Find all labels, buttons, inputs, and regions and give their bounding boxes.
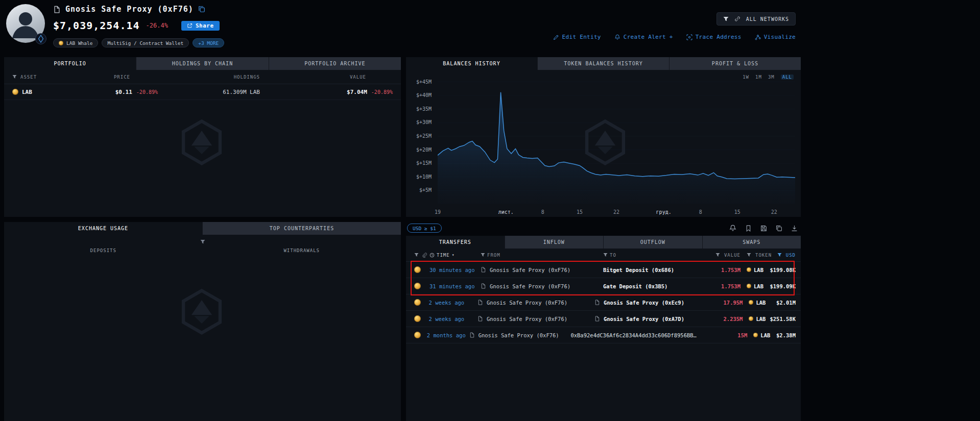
- lab-token-icon: [12, 89, 18, 95]
- x-axis-label: 8: [541, 209, 544, 215]
- x-axis-label: лист.: [498, 209, 514, 215]
- col-time[interactable]: TIME: [437, 253, 450, 258]
- create-alert-button[interactable]: Create Alert +: [614, 34, 673, 40]
- transfer-row[interactable]: 30 minutes ago Gnosis Safe Proxy (0xF76)…: [406, 262, 801, 278]
- avatar: [6, 4, 45, 43]
- portfolio-table-header: ASSET PRICE HOLDINGS VALUE: [4, 70, 401, 84]
- visualize-button[interactable]: Visualize: [755, 34, 796, 40]
- to-contract-icon: [594, 316, 600, 321]
- col-value[interactable]: VALUE: [724, 253, 740, 258]
- col-from[interactable]: FROM: [487, 253, 500, 258]
- transfer-token-label: LAB: [756, 316, 766, 322]
- transfer-to-label[interactable]: 0xBa92e4dC36Af6c2834A4dd33c606Df8956BB…: [570, 332, 697, 338]
- col-usd[interactable]: USD: [786, 253, 796, 258]
- transfer-from-label[interactable]: Gnosis Safe Proxy (0xF76): [490, 283, 570, 289]
- transfer-value: 15M: [697, 332, 747, 338]
- clock-icon[interactable]: [429, 253, 435, 258]
- filter-icon[interactable]: [723, 16, 729, 22]
- asset-price: $0.11: [115, 89, 132, 95]
- transfer-row[interactable]: 2 weeks ago Gnosis Safe Proxy (0xF76) Gn…: [406, 294, 801, 311]
- tab-top-counterparties[interactable]: TOP COUNTERPARTIES: [202, 222, 401, 235]
- transfer-value: 1.753M: [679, 267, 740, 273]
- filter-icon[interactable]: [200, 239, 205, 244]
- tag-more[interactable]: +3 MORE: [193, 38, 224, 47]
- tab-outflow[interactable]: OUTFLOW: [603, 236, 702, 249]
- transfer-from-label[interactable]: Gnosis Safe Proxy (0xF76): [487, 316, 567, 322]
- transfer-time[interactable]: 30 minutes ago: [429, 267, 475, 273]
- transfers-tabbar: TRANSFERS INFLOW OUTFLOW SWAPS: [406, 236, 801, 249]
- tab-exchange-usage[interactable]: EXCHANGE USAGE: [4, 222, 202, 235]
- transfer-time[interactable]: 2 weeks ago: [429, 316, 465, 322]
- tab-profit-loss[interactable]: PROFIT & LOSS: [669, 57, 801, 70]
- transfer-token[interactable]: LAB: [747, 332, 770, 338]
- lab-token-icon: [749, 300, 753, 305]
- transfer-time[interactable]: 2 weeks ago: [429, 300, 465, 306]
- transfer-token[interactable]: LAB: [740, 267, 765, 273]
- tag-wallet-type[interactable]: MultiSig / Contract Wallet: [102, 38, 189, 47]
- bookmark-icon[interactable]: [745, 225, 752, 232]
- y-axis-label: $+20M: [406, 147, 432, 153]
- transfer-time[interactable]: 31 minutes ago: [429, 283, 475, 289]
- transfer-from-label[interactable]: Gnosis Safe Proxy (0xF76): [479, 332, 559, 338]
- transfer-value: 1.753M: [679, 283, 740, 289]
- filter-icon[interactable]: [12, 75, 17, 79]
- y-axis-label: $+35M: [406, 106, 432, 112]
- contract-icon: [53, 6, 61, 13]
- x-axis-label: 15: [734, 209, 740, 215]
- visualize-label: Visualize: [764, 34, 796, 40]
- filter-icon[interactable]: [414, 253, 419, 257]
- portfolio-row-lab[interactable]: LAB $0.11-20.89% 61.309M LAB $7.04M-20.8…: [4, 84, 401, 100]
- tab-holdings-by-chain[interactable]: HOLDINGS BY CHAIN: [136, 57, 268, 70]
- tab-balances-history[interactable]: BALANCES HISTORY: [406, 57, 537, 70]
- transfer-row[interactable]: 2 months ago Gnosis Safe Proxy (0xF76) 0…: [406, 327, 801, 343]
- tab-portfolio-archive[interactable]: PORTFOLIO ARCHIVE: [269, 57, 401, 70]
- transfer-to-label[interactable]: Gnosis Safe Proxy (0xA7D): [604, 316, 684, 322]
- transfer-to-label[interactable]: Gnosis Safe Proxy (0xEc9): [604, 300, 684, 306]
- tag-label: MultiSig / Contract Wallet: [107, 40, 183, 46]
- transfer-from-label[interactable]: Gnosis Safe Proxy (0xF76): [490, 267, 570, 273]
- transfer-from-label[interactable]: Gnosis Safe Proxy (0xF76): [487, 300, 567, 306]
- transfer-to-label[interactable]: Gate Deposit (0x3B5): [603, 283, 667, 289]
- balances-chart[interactable]: [438, 77, 795, 204]
- alert-bell-icon[interactable]: [729, 225, 736, 232]
- filter-icon[interactable]: [603, 253, 608, 257]
- transfer-row[interactable]: 31 minutes ago Gnosis Safe Proxy (0xF76)…: [406, 278, 801, 294]
- paperclip-icon[interactable]: [422, 253, 427, 258]
- lab-token-icon: [747, 284, 751, 288]
- lab-token-icon: [414, 299, 421, 306]
- entity-tags: LAB Whale MultiSig / Contract Wallet +3 …: [53, 38, 224, 47]
- link-icon[interactable]: [734, 16, 740, 22]
- transfer-token[interactable]: LAB: [743, 316, 766, 322]
- transfer-token[interactable]: LAB: [740, 283, 765, 289]
- save-icon[interactable]: [760, 225, 767, 232]
- download-icon[interactable]: [791, 225, 798, 232]
- filter-icon[interactable]: [777, 253, 782, 257]
- col-to[interactable]: TO: [610, 253, 616, 258]
- tab-token-balances-history[interactable]: TOKEN BALANCES HISTORY: [537, 57, 669, 70]
- header-actions: Edit Entity Create Alert + Trace Address…: [553, 34, 796, 40]
- edit-entity-button[interactable]: Edit Entity: [553, 34, 601, 40]
- tag-lab-whale[interactable]: LAB Whale: [53, 38, 98, 47]
- x-axis-label: 22: [771, 209, 777, 215]
- lab-token-icon: [414, 266, 421, 273]
- transfer-to-label[interactable]: Bitget Deposit (0x686): [603, 267, 674, 273]
- transfer-time[interactable]: 2 months ago: [427, 332, 466, 338]
- x-axis-label: груд.: [656, 209, 672, 215]
- copy-address-icon[interactable]: [198, 6, 205, 13]
- tab-transfers[interactable]: TRANSFERS: [406, 236, 505, 249]
- filter-icon[interactable]: [747, 253, 751, 257]
- filter-icon[interactable]: [481, 253, 485, 257]
- transfer-row[interactable]: 2 weeks ago Gnosis Safe Proxy (0xF76) Gn…: [406, 311, 801, 327]
- trace-address-button[interactable]: Trace Address: [686, 34, 742, 40]
- tab-swaps[interactable]: SWAPS: [702, 236, 801, 249]
- filter-icon[interactable]: [715, 253, 720, 257]
- transfer-token[interactable]: LAB: [743, 300, 766, 306]
- lab-token-icon: [747, 267, 751, 272]
- tab-inflow[interactable]: INFLOW: [505, 236, 604, 249]
- share-button[interactable]: Share: [181, 21, 220, 31]
- usd-filter-chip[interactable]: USD ≥ $1: [407, 224, 442, 233]
- copy-table-icon[interactable]: [776, 225, 782, 232]
- transfers-toolbar: USD ≥ $1: [406, 220, 801, 236]
- network-selector[interactable]: ALL NETWORKS: [716, 12, 796, 26]
- tab-portfolio[interactable]: PORTFOLIO: [4, 57, 136, 70]
